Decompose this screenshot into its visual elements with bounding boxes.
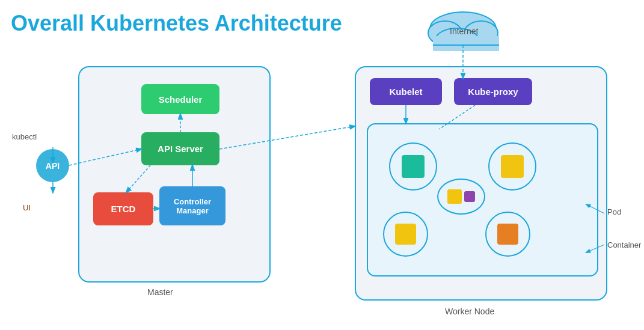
ui-label: UI [23, 203, 31, 212]
scheduler-box: Scheduler [141, 84, 219, 114]
svg-text:Internet: Internet [450, 26, 479, 36]
pod-4 [383, 212, 428, 257]
pod-3 [437, 179, 485, 215]
svg-rect-4 [433, 36, 499, 51]
kube-proxy-box: Kube-proxy [454, 78, 532, 105]
api-server-box: API Server [141, 132, 219, 165]
container-3a [447, 189, 462, 204]
svg-point-2 [464, 21, 498, 45]
pods-container [367, 123, 598, 277]
kubelet-box: Kubelet [370, 78, 442, 105]
pod-5 [485, 212, 530, 257]
pod-1 [389, 142, 437, 191]
pod-label: Pod [607, 207, 621, 216]
container-5 [497, 224, 518, 245]
svg-point-1 [428, 21, 462, 45]
container-3b [464, 191, 475, 202]
container-1 [402, 155, 425, 178]
svg-point-0 [430, 12, 496, 46]
worker-label: Worker Node [445, 307, 494, 316]
container-2 [501, 155, 524, 178]
container-label: Container [607, 240, 641, 249]
internet-cloud: Internet [428, 12, 499, 51]
master-label: Master [147, 287, 173, 297]
page-title: Overall Kubernetes Architecture [11, 11, 342, 36]
kubectl-label: kubectl [12, 132, 37, 141]
pod-2 [488, 142, 536, 191]
svg-point-3 [436, 28, 478, 50]
container-4 [395, 224, 416, 245]
etcd-box: ETCD [93, 192, 153, 225]
api-circle: API [36, 149, 69, 182]
controller-manager-box: ControllerManager [159, 186, 225, 225]
